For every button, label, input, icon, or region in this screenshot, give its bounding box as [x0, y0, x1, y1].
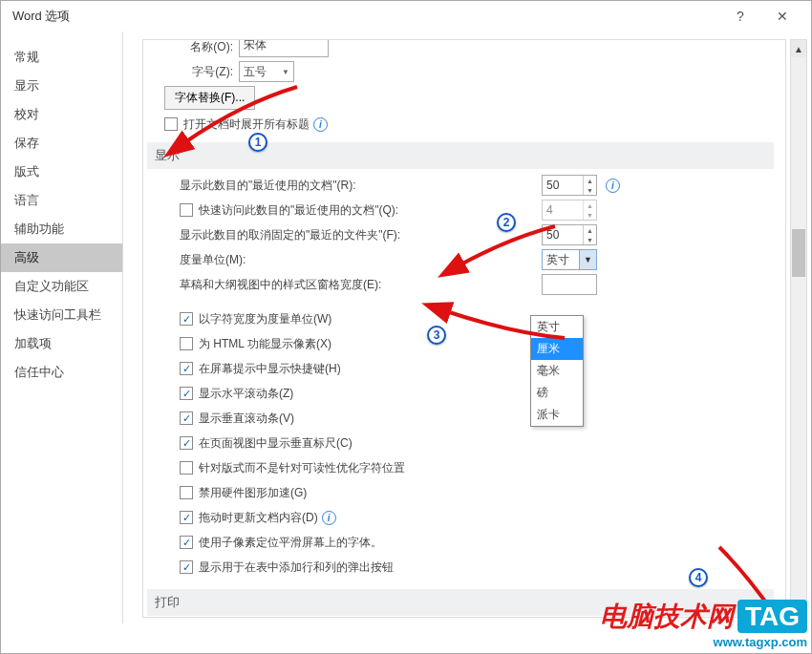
sidebar-item-qat[interactable]: 快速访问工具栏 [1, 301, 122, 329]
watermark: 电脑技术网TAG www.tagxp.com [600, 599, 807, 649]
unit-label: 度量单位(M): [180, 252, 404, 268]
check-5[interactable] [180, 436, 193, 450]
draft-width-label: 草稿和大纲视图中的样式区窗格宽度(E): [180, 277, 404, 293]
quick-access-spinner[interactable]: 4 ▲▼ [542, 200, 597, 221]
window-title: Word 选项 [9, 8, 719, 25]
check-1-label: 为 HTML 功能显示像素(X) [199, 336, 331, 352]
size-label: 字号(Z): [180, 64, 233, 80]
check-9-label: 使用子像素定位平滑屏幕上的字体。 [199, 535, 382, 551]
unit-option-pica[interactable]: 派卡 [531, 404, 583, 426]
expand-titles-label: 打开文档时展开所有标题 [183, 116, 310, 133]
section-display-header: 显示 [147, 142, 774, 169]
chevron-down-icon: ▼ [282, 68, 289, 76]
size-select[interactable]: 五号 ▼ [239, 61, 294, 82]
recent-folders-spinner[interactable]: 50 ▲▼ [542, 224, 597, 245]
watermark-tag: TAG [737, 600, 807, 633]
check-0[interactable] [180, 312, 193, 326]
vertical-scrollbar[interactable]: ▲ ▼ [790, 39, 807, 618]
check-5-label: 在页面视图中显示垂直标尺(C) [199, 435, 353, 452]
chevron-down-icon[interactable]: ▼ [579, 250, 596, 269]
spinner-up-icon[interactable]: ▲ [584, 176, 596, 185]
sidebar-item-layout[interactable]: 版式 [1, 158, 122, 186]
content-pane: 名称(O): 宋体 字号(Z): 五号 ▼ 字体替换(F)... 打开文档时展开… [142, 39, 786, 618]
info-icon[interactable]: i [606, 179, 620, 193]
spinner-up-icon[interactable]: ▲ [584, 200, 596, 210]
sidebar: 常规 显示 校对 保存 版式 语言 辅助功能 高级 自定义功能区 快速访问工具栏… [1, 32, 123, 623]
unit-select[interactable]: 英寸 ▼ [542, 249, 597, 270]
close-button[interactable]: ✕ [761, 2, 803, 31]
sidebar-item-language[interactable]: 语言 [1, 186, 122, 215]
recent-folders-value: 50 [546, 228, 559, 242]
check-4[interactable] [180, 411, 193, 425]
watermark-url: www.tagxp.com [600, 635, 807, 649]
size-value: 五号 [244, 64, 267, 80]
check-8[interactable] [180, 511, 193, 524]
spinner-down-icon[interactable]: ▼ [584, 235, 596, 244]
check-3[interactable] [180, 387, 193, 400]
recent-docs-spinner[interactable]: 50 ▲▼ [542, 175, 597, 196]
sidebar-item-display[interactable]: 显示 [1, 72, 122, 100]
word-options-dialog: Word 选项 ? ✕ 常规 显示 校对 保存 版式 语言 辅助功能 高级 自定… [0, 0, 812, 654]
unit-dropdown: 英寸 厘米 毫米 磅 派卡 [530, 315, 584, 427]
help-button[interactable]: ? [719, 2, 761, 31]
sidebar-item-proofing[interactable]: 校对 [1, 100, 122, 129]
quick-access-checkbox[interactable] [180, 203, 193, 217]
check-10-label: 显示用于在表中添加行和列的弹出按钮 [199, 559, 394, 576]
check-0-label: 以字符宽度为度量单位(W) [199, 311, 331, 327]
check-4-label: 显示垂直滚动条(V) [199, 411, 294, 427]
sidebar-item-save[interactable]: 保存 [1, 129, 122, 158]
sidebar-item-advanced[interactable]: 高级 [1, 243, 122, 272]
check-6-label: 针对版式而不是针对可读性优化字符位置 [199, 460, 405, 476]
sidebar-item-customize-ribbon[interactable]: 自定义功能区 [1, 272, 122, 301]
sidebar-item-trust[interactable]: 信任中心 [1, 358, 122, 387]
check-2[interactable] [180, 362, 193, 375]
check-3-label: 显示水平滚动条(Z) [199, 386, 293, 402]
check-6[interactable] [180, 461, 193, 475]
unit-option-mm[interactable]: 毫米 [531, 360, 583, 382]
check-10[interactable] [180, 560, 193, 574]
check-2-label: 在屏幕提示中显示快捷键(H) [199, 361, 341, 377]
recent-docs-label: 显示此数目的"最近使用的文档"(R): [180, 178, 404, 194]
info-icon[interactable]: i [313, 117, 328, 132]
recent-docs-value: 50 [546, 179, 559, 192]
unit-option-cm[interactable]: 厘米 [531, 338, 583, 360]
spinner-down-icon[interactable]: ▼ [584, 210, 596, 220]
check-7-label: 禁用硬件图形加速(G) [199, 485, 307, 501]
recent-folders-label: 显示此数目的取消固定的"最近的文件夹"(F): [180, 227, 404, 243]
sidebar-item-general[interactable]: 常规 [1, 43, 122, 72]
sidebar-item-addins[interactable]: 加载项 [1, 329, 122, 358]
unit-option-pt[interactable]: 磅 [531, 382, 583, 404]
spinner-up-icon[interactable]: ▲ [584, 225, 596, 235]
unit-value: 英寸 [546, 252, 569, 268]
draft-width-input[interactable] [542, 274, 597, 295]
check-7[interactable] [180, 486, 193, 499]
info-icon[interactable]: i [322, 511, 336, 525]
quick-access-label: 快速访问此数目的"最近使用的文档"(Q): [199, 202, 404, 219]
check-8-label: 拖动时更新文档内容(D) [199, 510, 318, 526]
watermark-brand: 电脑技术网 [600, 601, 734, 631]
check-9[interactable] [180, 536, 193, 549]
quick-access-value: 4 [546, 203, 553, 217]
expand-titles-checkbox[interactable] [164, 117, 178, 131]
titlebar: Word 选项 ? ✕ [1, 1, 811, 32]
name-input[interactable]: 宋体 [239, 39, 329, 57]
unit-option-inch[interactable]: 英寸 [531, 316, 583, 338]
scroll-thumb[interactable] [792, 229, 805, 277]
name-label: 名称(O): [180, 39, 233, 55]
spinner-down-icon[interactable]: ▼ [584, 185, 596, 195]
font-substitution-button[interactable]: 字体替换(F)... [164, 86, 255, 110]
scroll-up-icon[interactable]: ▲ [791, 40, 806, 57]
check-1[interactable] [180, 337, 193, 350]
sidebar-item-accessibility[interactable]: 辅助功能 [1, 215, 122, 243]
main-panel: 名称(O): 宋体 字号(Z): 五号 ▼ 字体替换(F)... 打开文档时展开… [123, 32, 811, 623]
